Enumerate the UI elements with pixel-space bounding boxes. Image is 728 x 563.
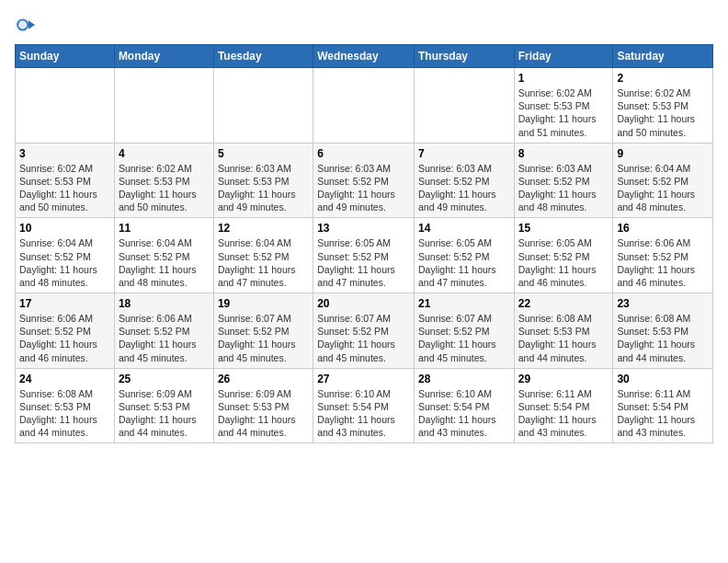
day-info: Sunrise: 6:06 AM Sunset: 5:52 PM Dayligh… <box>617 236 709 289</box>
day-cell: 16Sunrise: 6:06 AM Sunset: 5:52 PM Dayli… <box>613 218 713 293</box>
day-cell: 8Sunrise: 6:03 AM Sunset: 5:52 PM Daylig… <box>514 143 613 218</box>
day-number: 9 <box>617 147 709 160</box>
weekday-header-sunday: Sunday <box>16 45 115 68</box>
week-row-1: 1Sunrise: 6:02 AM Sunset: 5:53 PM Daylig… <box>16 68 713 144</box>
day-cell <box>213 68 313 144</box>
day-cell: 15Sunrise: 6:05 AM Sunset: 5:52 PM Dayli… <box>514 218 613 293</box>
day-cell: 21Sunrise: 6:07 AM Sunset: 5:52 PM Dayli… <box>414 293 514 369</box>
day-cell: 11Sunrise: 6:04 AM Sunset: 5:52 PM Dayli… <box>114 218 213 293</box>
day-number: 23 <box>617 297 709 310</box>
day-number: 24 <box>19 373 110 385</box>
day-info: Sunrise: 6:06 AM Sunset: 5:52 PM Dayligh… <box>119 312 210 364</box>
day-number: 6 <box>317 147 410 160</box>
day-number: 15 <box>518 222 609 235</box>
day-number: 28 <box>418 373 510 385</box>
day-number: 26 <box>218 373 309 385</box>
day-number: 16 <box>617 222 709 235</box>
day-info: Sunrise: 6:08 AM Sunset: 5:53 PM Dayligh… <box>617 312 709 364</box>
day-number: 3 <box>19 147 110 160</box>
day-info: Sunrise: 6:03 AM Sunset: 5:53 PM Dayligh… <box>218 162 309 214</box>
day-info: Sunrise: 6:03 AM Sunset: 5:52 PM Dayligh… <box>317 162 410 214</box>
logo <box>15 15 37 35</box>
day-cell: 19Sunrise: 6:07 AM Sunset: 5:52 PM Dayli… <box>213 293 313 369</box>
day-number: 10 <box>19 222 110 235</box>
day-info: Sunrise: 6:11 AM Sunset: 5:54 PM Dayligh… <box>518 387 609 440</box>
weekday-header-friday: Friday <box>514 45 613 68</box>
day-cell: 1Sunrise: 6:02 AM Sunset: 5:53 PM Daylig… <box>514 68 613 144</box>
day-info: Sunrise: 6:07 AM Sunset: 5:52 PM Dayligh… <box>317 312 410 364</box>
day-cell: 4Sunrise: 6:02 AM Sunset: 5:53 PM Daylig… <box>114 143 213 218</box>
day-number: 4 <box>119 147 210 160</box>
day-cell: 7Sunrise: 6:03 AM Sunset: 5:52 PM Daylig… <box>414 143 514 218</box>
day-cell: 25Sunrise: 6:09 AM Sunset: 5:53 PM Dayli… <box>114 368 213 443</box>
day-info: Sunrise: 6:05 AM Sunset: 5:52 PM Dayligh… <box>418 236 510 289</box>
day-number: 14 <box>418 222 510 235</box>
day-info: Sunrise: 6:10 AM Sunset: 5:54 PM Dayligh… <box>317 387 410 440</box>
day-cell: 9Sunrise: 6:04 AM Sunset: 5:52 PM Daylig… <box>613 143 713 218</box>
weekday-header-monday: Monday <box>114 45 213 68</box>
logo-icon <box>15 15 35 35</box>
day-cell: 12Sunrise: 6:04 AM Sunset: 5:52 PM Dayli… <box>213 218 313 293</box>
day-number: 13 <box>317 222 410 235</box>
day-number: 20 <box>317 297 410 310</box>
day-cell: 30Sunrise: 6:11 AM Sunset: 5:54 PM Dayli… <box>613 368 713 443</box>
day-info: Sunrise: 6:04 AM Sunset: 5:52 PM Dayligh… <box>19 236 110 289</box>
calendar-table: SundayMondayTuesdayWednesdayThursdayFrid… <box>15 44 713 443</box>
day-cell <box>114 68 213 144</box>
day-cell: 2Sunrise: 6:02 AM Sunset: 5:53 PM Daylig… <box>613 68 713 144</box>
day-number: 1 <box>518 72 609 85</box>
day-number: 11 <box>119 222 210 235</box>
week-row-4: 17Sunrise: 6:06 AM Sunset: 5:52 PM Dayli… <box>16 293 713 369</box>
week-row-2: 3Sunrise: 6:02 AM Sunset: 5:53 PM Daylig… <box>16 143 713 218</box>
day-info: Sunrise: 6:05 AM Sunset: 5:52 PM Dayligh… <box>518 236 609 289</box>
day-number: 25 <box>119 373 210 385</box>
day-info: Sunrise: 6:02 AM Sunset: 5:53 PM Dayligh… <box>617 86 709 139</box>
day-number: 17 <box>19 297 110 310</box>
day-info: Sunrise: 6:02 AM Sunset: 5:53 PM Dayligh… <box>19 162 110 214</box>
week-row-5: 24Sunrise: 6:08 AM Sunset: 5:53 PM Dayli… <box>16 368 713 443</box>
day-info: Sunrise: 6:05 AM Sunset: 5:52 PM Dayligh… <box>317 236 410 289</box>
day-info: Sunrise: 6:03 AM Sunset: 5:52 PM Dayligh… <box>418 162 510 214</box>
day-cell <box>414 68 514 144</box>
day-info: Sunrise: 6:07 AM Sunset: 5:52 PM Dayligh… <box>218 312 309 364</box>
day-info: Sunrise: 6:02 AM Sunset: 5:53 PM Dayligh… <box>518 86 609 139</box>
day-cell: 13Sunrise: 6:05 AM Sunset: 5:52 PM Dayli… <box>313 218 415 293</box>
day-info: Sunrise: 6:07 AM Sunset: 5:52 PM Dayligh… <box>418 312 510 364</box>
day-number: 2 <box>617 72 709 85</box>
weekday-header-thursday: Thursday <box>414 45 514 68</box>
day-info: Sunrise: 6:04 AM Sunset: 5:52 PM Dayligh… <box>617 162 709 214</box>
day-info: Sunrise: 6:09 AM Sunset: 5:53 PM Dayligh… <box>119 387 210 440</box>
weekday-header-saturday: Saturday <box>613 45 713 68</box>
weekday-header-wednesday: Wednesday <box>313 45 415 68</box>
day-info: Sunrise: 6:03 AM Sunset: 5:52 PM Dayligh… <box>518 162 609 214</box>
weekday-header-tuesday: Tuesday <box>213 45 313 68</box>
day-cell: 28Sunrise: 6:10 AM Sunset: 5:54 PM Dayli… <box>414 368 514 443</box>
day-number: 18 <box>119 297 210 310</box>
day-info: Sunrise: 6:11 AM Sunset: 5:54 PM Dayligh… <box>617 387 709 440</box>
day-cell: 24Sunrise: 6:08 AM Sunset: 5:53 PM Dayli… <box>16 368 115 443</box>
day-cell: 18Sunrise: 6:06 AM Sunset: 5:52 PM Dayli… <box>114 293 213 369</box>
day-cell: 6Sunrise: 6:03 AM Sunset: 5:52 PM Daylig… <box>313 143 415 218</box>
day-info: Sunrise: 6:08 AM Sunset: 5:53 PM Dayligh… <box>19 387 110 440</box>
week-row-3: 10Sunrise: 6:04 AM Sunset: 5:52 PM Dayli… <box>16 218 713 293</box>
day-number: 21 <box>418 297 510 310</box>
day-number: 5 <box>218 147 309 160</box>
weekday-row: SundayMondayTuesdayWednesdayThursdayFrid… <box>16 45 713 68</box>
day-number: 19 <box>218 297 309 310</box>
day-number: 30 <box>617 373 709 385</box>
day-cell: 5Sunrise: 6:03 AM Sunset: 5:53 PM Daylig… <box>213 143 313 218</box>
day-cell: 20Sunrise: 6:07 AM Sunset: 5:52 PM Dayli… <box>313 293 415 369</box>
day-info: Sunrise: 6:04 AM Sunset: 5:52 PM Dayligh… <box>119 236 210 289</box>
day-cell: 22Sunrise: 6:08 AM Sunset: 5:53 PM Dayli… <box>514 293 613 369</box>
calendar-body: 1Sunrise: 6:02 AM Sunset: 5:53 PM Daylig… <box>16 68 713 443</box>
day-info: Sunrise: 6:04 AM Sunset: 5:52 PM Dayligh… <box>218 236 309 289</box>
day-cell: 29Sunrise: 6:11 AM Sunset: 5:54 PM Dayli… <box>514 368 613 443</box>
day-number: 29 <box>518 373 609 385</box>
header <box>15 15 713 35</box>
day-info: Sunrise: 6:10 AM Sunset: 5:54 PM Dayligh… <box>418 387 510 440</box>
day-cell: 14Sunrise: 6:05 AM Sunset: 5:52 PM Dayli… <box>414 218 514 293</box>
calendar-header: SundayMondayTuesdayWednesdayThursdayFrid… <box>16 45 713 68</box>
day-cell: 26Sunrise: 6:09 AM Sunset: 5:53 PM Dayli… <box>213 368 313 443</box>
day-cell: 3Sunrise: 6:02 AM Sunset: 5:53 PM Daylig… <box>16 143 115 218</box>
day-number: 27 <box>317 373 410 385</box>
